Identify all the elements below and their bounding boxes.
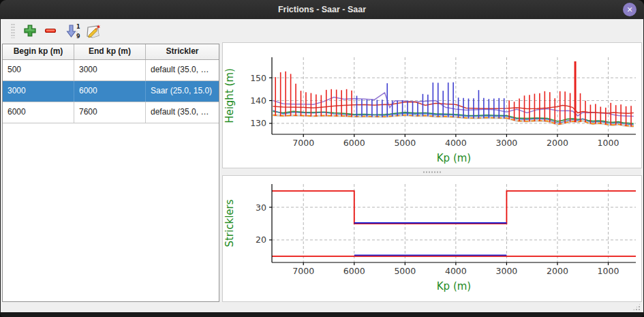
x-tick-label: 2000 (547, 266, 568, 276)
app-window: Frictions - Saar - Saar ✕ (0, 0, 644, 317)
x-tick-label: 5000 (394, 138, 416, 148)
sort-rows-button[interactable]: 1 ⋮ 9 (63, 22, 81, 40)
table-row[interactable]: 5003000default (35.0, … (3, 60, 219, 81)
x-tick-label: 7000 (292, 266, 314, 276)
plus-icon (22, 23, 37, 38)
table-header-row: Begin kp (m)End kp (m)Strickler (3, 44, 219, 60)
column-header-0[interactable]: Begin kp (m) (3, 44, 74, 59)
edit-row-button[interactable] (84, 22, 102, 40)
table-cell[interactable]: 500 (3, 60, 74, 80)
x-tick-label: 6000 (343, 266, 365, 276)
x-tick-label: 1000 (598, 138, 619, 148)
x-tick-label: 6000 (343, 138, 365, 148)
sort-digit-1: 1 (76, 24, 80, 30)
x-tick-label: 3000 (496, 266, 518, 276)
y-tick-label: 30 (256, 202, 266, 213)
stricklers-chart: 70006000500040003000200010002030Kp (m)St… (223, 176, 641, 301)
y-tick-label: 140 (250, 95, 266, 106)
frictions-table: Begin kp (m)End kp (m)Strickler 5003000d… (2, 44, 219, 302)
window-content: 1 ⋮ 9 Begin (1, 19, 643, 312)
x-axis-label: Kp (m) (437, 152, 471, 164)
x-tick-label: 4000 (445, 138, 467, 148)
stricklers-chart-panel: 70006000500040003000200010002030Kp (m)St… (222, 175, 642, 302)
minus-icon (43, 23, 58, 38)
chart-splitter-handle[interactable] (422, 170, 442, 174)
y-axis-label: Height (m) (224, 68, 236, 123)
add-row-button[interactable] (21, 22, 39, 40)
table-cell[interactable]: 6000 (3, 102, 74, 123)
x-tick-label: 3000 (496, 138, 518, 148)
height-profile-chart-panel: 7000600050004000300020001000130140150Kp … (222, 42, 642, 168)
column-header-2[interactable]: Strickler (146, 44, 219, 59)
y-tick-label: 20 (256, 235, 266, 245)
table-cell[interactable]: 7600 (74, 102, 146, 123)
status-bar (1, 302, 643, 312)
table-cell[interactable]: default (35.0, … (146, 102, 219, 123)
height-profile-chart: 7000600050004000300020001000130140150Kp … (223, 43, 641, 168)
table-body: 5003000default (35.0, …30006000Saar (25.… (3, 60, 219, 123)
column-header-1[interactable]: End kp (m) (74, 44, 146, 59)
y-tick-label: 130 (250, 118, 266, 128)
title-bar[interactable]: Frictions - Saar - Saar ✕ (0, 0, 644, 20)
table-cell[interactable]: 3000 (3, 81, 74, 102)
sort-digit-9: 9 (76, 33, 80, 40)
table-row[interactable]: 60007600default (35.0, … (3, 102, 219, 123)
x-tick-label: 5000 (394, 266, 416, 276)
sort-numeric-icon: 1 ⋮ 9 (65, 23, 80, 40)
x-axis-label: Kp (m) (437, 280, 471, 292)
y-axis-label: Stricklers (224, 199, 236, 247)
table-cell[interactable]: default (35.0, … (146, 60, 219, 80)
table-cell[interactable]: Saar (25.0, 15.0) (146, 81, 219, 102)
window-resize-grip[interactable] (632, 303, 641, 311)
x-tick-label: 2000 (547, 138, 568, 148)
x-tick-label: 1000 (598, 266, 619, 276)
toolbar: 1 ⋮ 9 (1, 19, 643, 42)
close-button[interactable]: ✕ (623, 3, 637, 16)
remove-row-button[interactable] (42, 22, 59, 40)
table-row[interactable]: 30006000Saar (25.0, 15.0) (3, 81, 219, 102)
x-tick-label: 7000 (292, 138, 314, 148)
x-tick-label: 4000 (445, 266, 467, 276)
table-cell[interactable]: 3000 (74, 60, 146, 80)
window-title: Frictions - Saar - Saar (0, 0, 644, 19)
y-tick-label: 150 (250, 73, 266, 83)
edit-icon (85, 23, 100, 40)
table-cell[interactable]: 6000 (74, 81, 146, 102)
toolbar-drag-handle[interactable] (11, 23, 15, 38)
